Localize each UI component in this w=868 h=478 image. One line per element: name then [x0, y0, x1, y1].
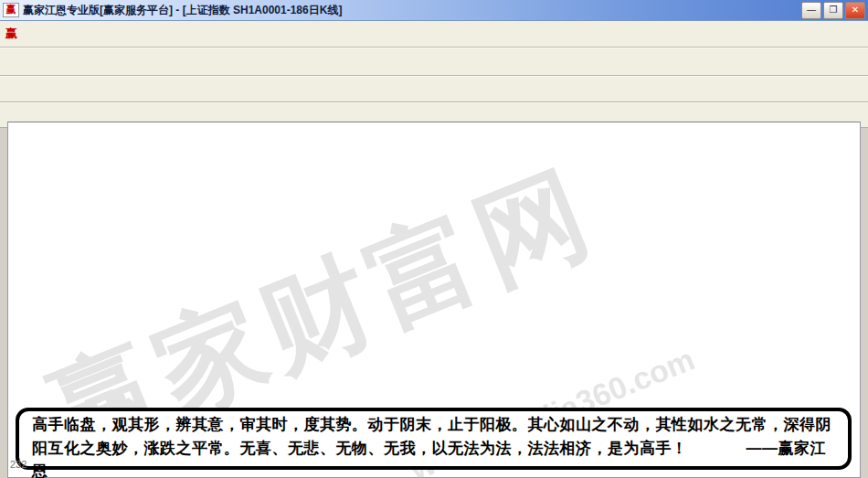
- title-bar: 赢 赢家江恩专业版[赢家服务平台] - [上证指数 SH1A0001-186日K…: [0, 0, 868, 21]
- chart-panel: 赢家财富网 www.yingjia360.com 高手临盘，观其形，辨其意，审其…: [7, 122, 861, 478]
- navigation-toolbar: [0, 76, 868, 102]
- window-title: 赢家江恩专业版[赢家服务平台] - [上证指数 SH1A0001-186日K线]: [23, 3, 799, 18]
- menu-bar: 赢: [0, 21, 868, 48]
- close-button[interactable]: ✕: [845, 2, 865, 19]
- quote-text: 高手临盘，观其形，辨其意，审其时，度其势。动于阴末，止于阳极。其心如山之不动，其…: [32, 416, 831, 457]
- quote-box: 高手临盘，观其形，辨其意，审其时，度其势。动于阴末，止于阳极。其心如山之不动，其…: [16, 408, 852, 470]
- app-logo-icon: 赢: [3, 3, 19, 17]
- app-logo-icon-small: 赢: [5, 26, 17, 42]
- page-number: 232: [10, 459, 26, 470]
- main-toolbar: [0, 48, 868, 76]
- maximize-button[interactable]: ❐: [823, 2, 843, 19]
- app-window: { "window": { "title": "赢家江恩专业版[赢家服务平台] …: [0, 0, 868, 478]
- minimize-button[interactable]: —: [801, 2, 821, 19]
